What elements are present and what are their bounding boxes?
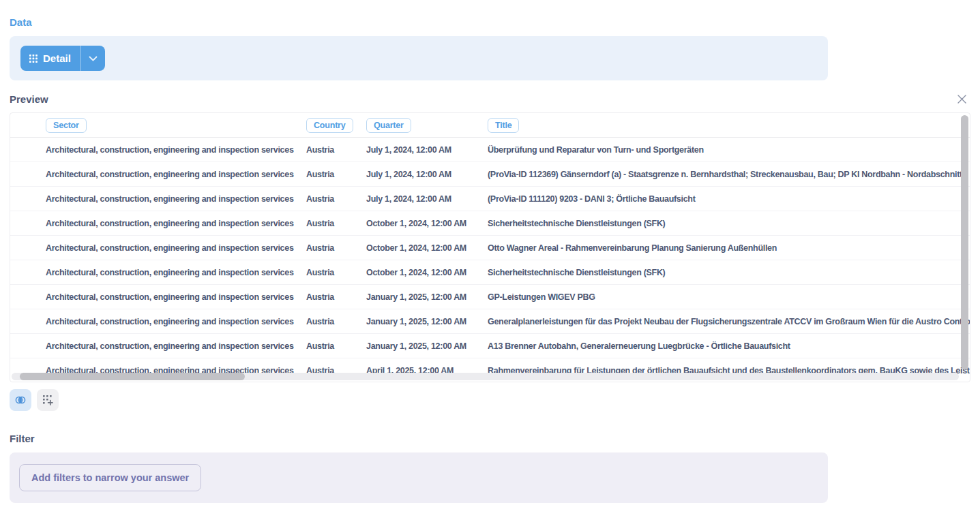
- table-picker-main[interactable]: Detail: [20, 46, 80, 71]
- preview-label: Preview: [10, 93, 48, 105]
- add-filter-button[interactable]: Add filters to narrow your answer: [19, 464, 201, 491]
- column-header-sector[interactable]: Sector: [46, 118, 87, 133]
- cell-country[interactable]: Austria: [306, 243, 366, 253]
- data-section: Detail: [10, 36, 828, 80]
- cell-title[interactable]: Überprüfung und Reparatur von Turn- und …: [488, 145, 970, 155]
- join-circles-icon: [14, 394, 27, 406]
- cell-quarter[interactable]: July 1, 2024, 12:00 AM: [366, 170, 488, 179]
- horizontal-scrollbar-thumb[interactable]: [20, 373, 245, 380]
- vertical-scrollbar-thumb[interactable]: [961, 115, 968, 369]
- table-row[interactable]: Architectural, construction, engineering…: [10, 162, 970, 187]
- filter-section-label: Filter: [10, 433, 970, 444]
- column-header-quarter[interactable]: Quarter: [366, 118, 411, 133]
- custom-column-button[interactable]: [37, 389, 59, 411]
- cell-quarter[interactable]: July 1, 2024, 12:00 AM: [366, 194, 488, 204]
- cell-quarter[interactable]: January 1, 2025, 12:00 AM: [366, 292, 488, 302]
- table-row[interactable]: Architectural, construction, engineering…: [10, 309, 970, 334]
- table-grid-icon: [29, 55, 38, 63]
- table-picker-label: Detail: [43, 52, 71, 64]
- cell-country[interactable]: Austria: [306, 219, 366, 228]
- table-row[interactable]: Architectural, construction, engineering…: [10, 211, 970, 236]
- query-builder-page: Data Detail: [0, 0, 980, 507]
- cell-sector[interactable]: Architectural, construction, engineering…: [46, 219, 306, 228]
- cell-sector[interactable]: Architectural, construction, engineering…: [46, 292, 306, 302]
- cell-sector[interactable]: Architectural, construction, engineering…: [46, 341, 306, 351]
- cell-title[interactable]: Otto Wagner Areal - Rahmenvereinbarung P…: [488, 243, 970, 253]
- horizontal-scrollbar[interactable]: [12, 373, 959, 380]
- close-preview-button[interactable]: [956, 93, 968, 105]
- cell-sector[interactable]: Architectural, construction, engineering…: [46, 243, 306, 253]
- cell-quarter[interactable]: January 1, 2025, 12:00 AM: [366, 341, 488, 351]
- vertical-scrollbar[interactable]: [961, 114, 968, 371]
- cell-country[interactable]: Austria: [306, 145, 366, 155]
- join-data-button[interactable]: [10, 389, 31, 411]
- cell-title[interactable]: Sicherheitstechnische Dienstleistungen (…: [488, 268, 970, 277]
- preview-header: Preview: [10, 93, 970, 105]
- custom-column-plus-icon: [42, 395, 53, 405]
- table-body: Architectural, construction, engineering…: [10, 138, 970, 382]
- table-row[interactable]: Architectural, construction, engineering…: [10, 187, 970, 211]
- cell-country[interactable]: Austria: [306, 170, 366, 179]
- cell-quarter[interactable]: October 1, 2024, 12:00 AM: [366, 268, 488, 277]
- column-header-country[interactable]: Country: [306, 118, 353, 133]
- chevron-down-icon: [89, 56, 98, 61]
- cell-title[interactable]: GP-Leistungen WIGEV PBG: [488, 292, 970, 302]
- table-row[interactable]: Architectural, construction, engineering…: [10, 285, 970, 309]
- cell-quarter[interactable]: January 1, 2025, 12:00 AM: [366, 317, 488, 326]
- cell-quarter[interactable]: July 1, 2024, 12:00 AM: [366, 145, 488, 155]
- cell-quarter[interactable]: October 1, 2024, 12:00 AM: [366, 243, 488, 253]
- table-row[interactable]: Architectural, construction, engineering…: [10, 236, 970, 260]
- cell-sector[interactable]: Architectural, construction, engineering…: [46, 317, 306, 326]
- close-icon: [957, 95, 966, 104]
- table-row[interactable]: Architectural, construction, engineering…: [10, 260, 970, 285]
- table-row[interactable]: Architectural, construction, engineering…: [10, 138, 970, 162]
- cell-quarter[interactable]: October 1, 2024, 12:00 AM: [366, 219, 488, 228]
- cell-country[interactable]: Austria: [306, 317, 366, 326]
- cell-sector[interactable]: Architectural, construction, engineering…: [46, 145, 306, 155]
- data-section-label: Data: [10, 16, 970, 28]
- cell-title[interactable]: Sicherheitstechnische Dienstleistungen (…: [488, 219, 970, 228]
- column-header-title[interactable]: Title: [488, 118, 519, 133]
- cell-country[interactable]: Austria: [306, 341, 366, 351]
- cell-title[interactable]: (ProVia-ID 111120) 9203 - DANI 3; Örtlic…: [488, 194, 970, 204]
- cell-country[interactable]: Austria: [306, 268, 366, 277]
- cell-country[interactable]: Austria: [306, 194, 366, 204]
- cell-country[interactable]: Austria: [306, 292, 366, 302]
- preview-table: Sector Country Quarter Title Architectur…: [10, 112, 970, 382]
- notebook-actions: [10, 389, 970, 411]
- table-header-row: Sector Country Quarter Title: [10, 113, 970, 138]
- table-picker-button[interactable]: Detail: [20, 46, 105, 71]
- cell-sector[interactable]: Architectural, construction, engineering…: [46, 194, 306, 204]
- table-picker-dropdown[interactable]: [81, 46, 105, 71]
- table-row[interactable]: Architectural, construction, engineering…: [10, 334, 970, 358]
- cell-sector[interactable]: Architectural, construction, engineering…: [46, 268, 306, 277]
- cell-sector[interactable]: Architectural, construction, engineering…: [46, 170, 306, 179]
- cell-title[interactable]: Generalplanerleistungen für das Projekt …: [488, 317, 970, 326]
- cell-title[interactable]: (ProVia-ID 112369) Gänserndorf (a) - Sta…: [488, 170, 970, 179]
- cell-title[interactable]: A13 Brenner Autobahn, Generalerneuerung …: [488, 341, 970, 351]
- filter-section: Add filters to narrow your answer: [10, 452, 828, 503]
